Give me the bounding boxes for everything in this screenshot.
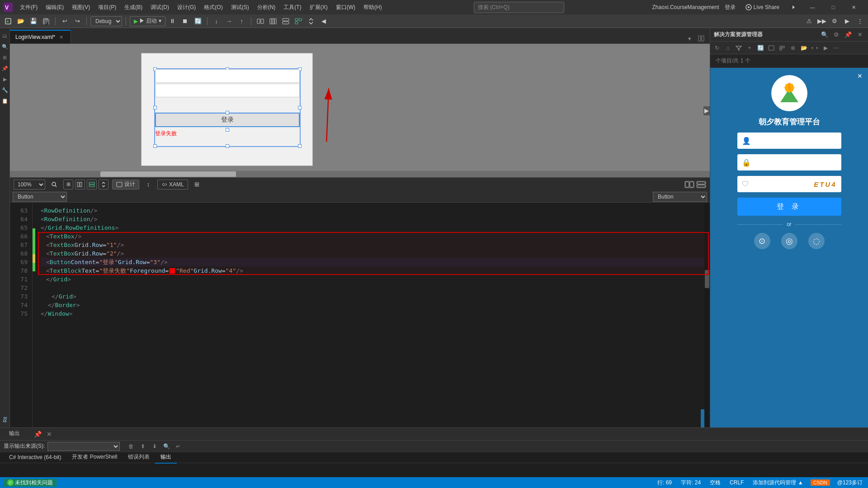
view-options-button[interactable]: ⊞ [192,179,203,190]
menu-analyze[interactable]: 分析(N) [254,2,279,13]
pin-panel-button[interactable]: 📌 [33,429,42,439]
status-encoding[interactable]: CRLF [728,479,745,486]
maximize-button[interactable]: □ [823,0,844,14]
menu-view[interactable]: 视图(V) [68,2,94,13]
sol-filter-button[interactable] [734,43,744,53]
menu-edit[interactable]: 编辑(E) [42,2,67,13]
menu-extensions[interactable]: 扩展(X) [306,2,331,13]
sidebar-icon-4[interactable]: 📌 [1,64,9,72]
scrollbar-thumb[interactable] [705,270,709,288]
design-expand-right-button[interactable]: ▶ [703,106,710,115]
menu-help[interactable]: 帮助(H) [360,2,386,13]
step-over-button[interactable]: → [224,16,235,27]
weibo-icon-button[interactable]: ◌ [808,233,825,249]
password-input-preview[interactable]: 🔒 [737,154,841,171]
grid-button[interactable] [293,16,304,27]
sidebar-icon-7[interactable]: 📋 [1,97,9,105]
sol-show-all-files-button[interactable] [777,43,787,53]
status-char[interactable]: 字符: 24 [679,479,703,487]
output-find-button[interactable]: 🔍 [161,441,171,451]
start-button[interactable]: ▶ ▶ 启动 ▾ [130,16,165,26]
search-box-titlebar[interactable]: 搜索 (Ctrl+Q) [474,2,564,13]
status-add-source-control[interactable]: 添加到源代码管理 ▲ [751,479,805,487]
snippet-button[interactable] [255,16,266,27]
selection-handle-bl[interactable] [153,144,157,148]
save-button[interactable]: 💾 [28,16,39,27]
sol-open-folder-button[interactable]: 📂 [799,43,809,53]
step-out-button[interactable]: ↑ [236,16,247,27]
menu-tools[interactable]: 工具(T) [280,2,305,13]
share-icon[interactable] [789,4,797,11]
sol-close-button[interactable]: ✕ [855,30,864,39]
design-scrollbar-thumb[interactable] [100,171,236,177]
output-source-select[interactable] [47,442,120,451]
pause-button[interactable]: ⏸ [167,16,178,27]
wechat-icon-button[interactable]: ⊙ [754,233,770,249]
output-clear-button[interactable]: 🗑 [126,441,136,451]
sol-pin-button[interactable]: 📌 [844,30,853,39]
output-scroll-bottom-button[interactable]: ⬇ [150,441,160,451]
minimize-button[interactable]: — [802,0,823,14]
new-project-button[interactable]: + [3,16,14,27]
menu-design[interactable]: 设计(G) [174,2,199,13]
collapse-button[interactable]: ◀ [318,16,329,27]
redo-button[interactable]: ↪ [72,16,83,27]
sol-properties-button[interactable]: ⊕ [788,43,798,53]
app-preview-close-button[interactable]: ✕ [855,71,864,81]
tab-output-active[interactable]: 输出 [155,451,177,464]
qq-icon-button[interactable]: ◎ [781,233,797,249]
step-into-button[interactable]: ↓ [211,16,222,27]
undo-button[interactable]: ↩ [59,16,70,27]
more-options-button[interactable]: ⋮ [854,16,865,27]
zoom-fit-button[interactable] [49,179,60,190]
sol-add-button[interactable]: + [745,43,755,53]
columns-button[interactable] [268,16,278,27]
sol-panel-search-button[interactable]: 🔍 [820,30,829,39]
restart-button[interactable]: 🔄 [193,16,203,27]
selection-handle-br[interactable] [298,144,302,148]
sidebar-icon-6[interactable]: 🔧 [1,86,9,94]
login-button-preview[interactable]: 登 录 [737,198,841,216]
split-vertical-icon[interactable] [696,181,706,188]
vertical-scrollbar[interactable] [704,203,710,427]
tab-powershell[interactable]: 开发者 PowerShell [66,451,123,464]
btn-sel-top[interactable] [226,111,229,114]
menu-format[interactable]: 格式(O) [200,2,226,13]
menu-build[interactable]: 生成(B) [121,2,146,13]
rows-layout-icon[interactable] [87,180,97,190]
status-space[interactable]: 空格 [708,479,722,487]
sidebar-icon-1[interactable]: 🗂 [1,32,9,40]
tab-list-button[interactable]: ▾ [684,33,694,43]
menu-project[interactable]: 项目(P) [94,2,120,13]
save-all-button[interactable] [41,16,52,27]
captcha-input-preview[interactable]: 🛡 ETU4 [737,176,841,192]
sol-collapse-button[interactable] [766,43,776,53]
split-editor-button[interactable] [696,33,706,43]
design-tab-button[interactable]: 设计 [112,180,139,190]
debug-config-select[interactable]: Debug [90,16,122,26]
open-button[interactable]: 📂 [15,16,26,27]
tab-output[interactable]: 输出 [4,428,25,440]
stop-button[interactable]: ⏹ [180,16,191,27]
tab-close-button[interactable]: ✕ [58,33,65,41]
element-selector-left[interactable]: Button [13,192,67,202]
menu-file[interactable]: 文件(F) [16,2,41,13]
output-word-wrap-button[interactable]: ↵ [173,441,183,451]
sol-more-button[interactable]: ⋯ [831,43,841,53]
sol-panel-settings-button[interactable]: ⚙ [832,30,841,39]
sidebar-icon-rit[interactable]: Rit [1,416,9,424]
menu-test[interactable]: 测试(S) [227,2,253,13]
configure-button[interactable]: ⚙ [829,16,840,27]
columns-layout-icon[interactable] [75,180,85,190]
run-all-button[interactable]: ▶▶ [816,16,827,27]
live-share-button[interactable]: Live Share [741,3,784,12]
selection-handle-bottom[interactable] [226,144,229,148]
output-scroll-top-button[interactable]: ⬆ [138,441,148,451]
sort-button[interactable]: ↕ [143,179,154,190]
sol-next-button[interactable]: ▶ [821,43,830,53]
layout-button[interactable] [280,16,291,27]
user-login[interactable]: 登录 [725,4,736,11]
sidebar-icon-5[interactable]: ▶ [1,75,9,83]
feedback-button[interactable]: ⚠ [804,16,815,27]
zoom-select[interactable]: 100% [14,180,45,190]
